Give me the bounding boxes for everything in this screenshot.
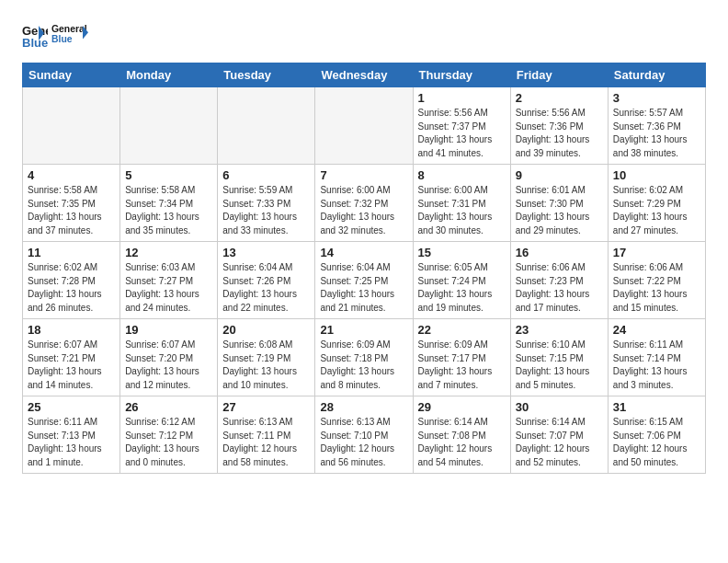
calendar-cell: 30Sunrise: 6:14 AMSunset: 7:07 PMDayligh… [510,396,608,474]
day-info: Sunrise: 5:58 AMSunset: 7:34 PMDaylight:… [125,184,212,237]
calendar-cell: 12Sunrise: 6:03 AMSunset: 7:27 PMDayligh… [120,242,218,319]
day-number: 9 [516,168,603,182]
day-info: Sunrise: 6:04 AMSunset: 7:25 PMDaylight:… [320,261,407,315]
day-info: Sunrise: 6:14 AMSunset: 7:08 PMDaylight:… [418,416,506,469]
calendar-cell: 23Sunrise: 6:10 AMSunset: 7:15 PMDayligh… [510,319,608,396]
calendar-cell: 19Sunrise: 6:07 AMSunset: 7:20 PMDayligh… [120,319,218,396]
day-number: 29 [418,400,506,414]
day-info: Sunrise: 6:15 AMSunset: 7:06 PMDaylight:… [613,416,700,469]
day-number: 25 [28,400,115,414]
calendar-cell: 5Sunrise: 5:58 AMSunset: 7:34 PMDaylight… [120,165,218,242]
day-info: Sunrise: 5:58 AMSunset: 7:35 PMDaylight:… [28,184,115,237]
calendar-cell: 3Sunrise: 5:57 AMSunset: 7:36 PMDaylight… [608,87,705,165]
calendar-cell: 16Sunrise: 6:06 AMSunset: 7:23 PMDayligh… [510,242,608,319]
calendar-cell: 26Sunrise: 6:12 AMSunset: 7:12 PMDayligh… [120,396,218,474]
day-info: Sunrise: 6:14 AMSunset: 7:07 PMDaylight:… [516,416,603,469]
calendar-cell: 6Sunrise: 5:59 AMSunset: 7:33 PMDaylight… [218,165,315,242]
day-info: Sunrise: 6:05 AMSunset: 7:24 PMDaylight:… [418,261,506,315]
day-number: 20 [222,323,310,337]
day-info: Sunrise: 6:01 AMSunset: 7:30 PMDaylight:… [516,184,603,237]
calendar-cell: 24Sunrise: 6:11 AMSunset: 7:14 PMDayligh… [608,319,705,396]
weekday-header-thursday: Thursday [413,63,510,87]
day-number: 23 [516,323,603,337]
calendar-cell: 15Sunrise: 6:05 AMSunset: 7:24 PMDayligh… [413,242,510,319]
day-number: 2 [516,91,603,105]
calendar-cell: 10Sunrise: 6:02 AMSunset: 7:29 PMDayligh… [608,165,705,242]
day-number: 13 [222,246,310,259]
day-number: 28 [320,400,407,414]
weekday-header-sunday: Sunday [23,63,120,87]
day-info: Sunrise: 6:11 AMSunset: 7:14 PMDaylight:… [613,339,700,392]
day-number: 5 [125,168,212,182]
day-number: 11 [28,246,115,259]
calendar-cell: 27Sunrise: 6:13 AMSunset: 7:11 PMDayligh… [218,396,315,474]
calendar-cell: 17Sunrise: 6:06 AMSunset: 7:22 PMDayligh… [608,242,705,319]
day-number: 30 [516,400,603,414]
day-number: 27 [222,400,310,414]
day-number: 16 [516,246,603,259]
calendar-cell: 22Sunrise: 6:09 AMSunset: 7:17 PMDayligh… [413,319,510,396]
day-number: 18 [28,323,115,337]
day-info: Sunrise: 6:12 AMSunset: 7:12 PMDaylight:… [125,416,212,469]
day-info: Sunrise: 5:56 AMSunset: 7:37 PMDaylight:… [418,107,506,160]
svg-text:Blue: Blue [51,34,73,44]
day-number: 7 [320,168,407,182]
logo-icon: General Blue [22,22,48,48]
day-info: Sunrise: 6:00 AMSunset: 7:32 PMDaylight:… [320,184,407,237]
calendar-cell [120,87,218,165]
calendar-cell [315,87,413,165]
day-number: 31 [613,400,700,414]
calendar-cell: 25Sunrise: 6:11 AMSunset: 7:13 PMDayligh… [23,396,120,474]
day-info: Sunrise: 6:06 AMSunset: 7:22 PMDaylight:… [613,261,700,315]
day-number: 4 [28,168,115,182]
day-info: Sunrise: 6:09 AMSunset: 7:18 PMDaylight:… [320,339,407,392]
calendar-cell: 1Sunrise: 5:56 AMSunset: 7:37 PMDaylight… [413,87,510,165]
day-number: 1 [418,91,506,105]
calendar-cell: 20Sunrise: 6:08 AMSunset: 7:19 PMDayligh… [218,319,315,396]
day-info: Sunrise: 6:13 AMSunset: 7:11 PMDaylight:… [222,416,310,469]
day-info: Sunrise: 6:07 AMSunset: 7:21 PMDaylight:… [28,339,115,392]
calendar-cell: 14Sunrise: 6:04 AMSunset: 7:25 PMDayligh… [315,242,413,319]
day-info: Sunrise: 6:13 AMSunset: 7:10 PMDaylight:… [320,416,407,469]
day-info: Sunrise: 5:56 AMSunset: 7:36 PMDaylight:… [516,107,603,160]
day-info: Sunrise: 5:57 AMSunset: 7:36 PMDaylight:… [613,107,700,160]
day-info: Sunrise: 6:03 AMSunset: 7:27 PMDaylight:… [125,261,212,315]
day-number: 14 [320,246,407,259]
day-number: 19 [125,323,212,337]
day-number: 24 [613,323,700,337]
calendar-cell: 11Sunrise: 6:02 AMSunset: 7:28 PMDayligh… [23,242,120,319]
weekday-header-tuesday: Tuesday [218,63,315,87]
calendar-cell: 7Sunrise: 6:00 AMSunset: 7:32 PMDaylight… [315,165,413,242]
calendar-cell: 31Sunrise: 6:15 AMSunset: 7:06 PMDayligh… [608,396,705,474]
weekday-header-saturday: Saturday [608,63,705,87]
day-info: Sunrise: 6:00 AMSunset: 7:31 PMDaylight:… [418,184,506,237]
calendar-cell [23,87,120,165]
calendar-cell [218,87,315,165]
weekday-header-monday: Monday [120,63,218,87]
day-number: 15 [418,246,506,259]
page-header: General Blue General Blue [22,18,706,52]
day-info: Sunrise: 6:07 AMSunset: 7:20 PMDaylight:… [125,339,212,392]
day-info: Sunrise: 6:06 AMSunset: 7:23 PMDaylight:… [516,261,603,315]
logo: General Blue General Blue [22,18,88,52]
day-number: 12 [125,246,212,259]
day-number: 21 [320,323,407,337]
calendar-cell: 2Sunrise: 5:56 AMSunset: 7:36 PMDaylight… [510,87,608,165]
calendar-cell: 4Sunrise: 5:58 AMSunset: 7:35 PMDaylight… [23,165,120,242]
weekday-header-wednesday: Wednesday [315,63,413,87]
day-info: Sunrise: 5:59 AMSunset: 7:33 PMDaylight:… [222,184,310,237]
svg-text:General: General [51,24,87,34]
calendar-cell: 8Sunrise: 6:00 AMSunset: 7:31 PMDaylight… [413,165,510,242]
logo-bird-icon: General Blue [51,18,88,52]
calendar-table: SundayMondayTuesdayWednesdayThursdayFrid… [22,63,706,474]
day-info: Sunrise: 6:02 AMSunset: 7:29 PMDaylight:… [613,184,700,237]
day-info: Sunrise: 6:08 AMSunset: 7:19 PMDaylight:… [222,339,310,392]
day-number: 8 [418,168,506,182]
day-info: Sunrise: 6:10 AMSunset: 7:15 PMDaylight:… [516,339,603,392]
calendar-cell: 28Sunrise: 6:13 AMSunset: 7:10 PMDayligh… [315,396,413,474]
calendar-cell: 18Sunrise: 6:07 AMSunset: 7:21 PMDayligh… [23,319,120,396]
day-info: Sunrise: 6:11 AMSunset: 7:13 PMDaylight:… [28,416,115,469]
day-number: 10 [613,168,700,182]
calendar-cell: 13Sunrise: 6:04 AMSunset: 7:26 PMDayligh… [218,242,315,319]
day-number: 26 [125,400,212,414]
